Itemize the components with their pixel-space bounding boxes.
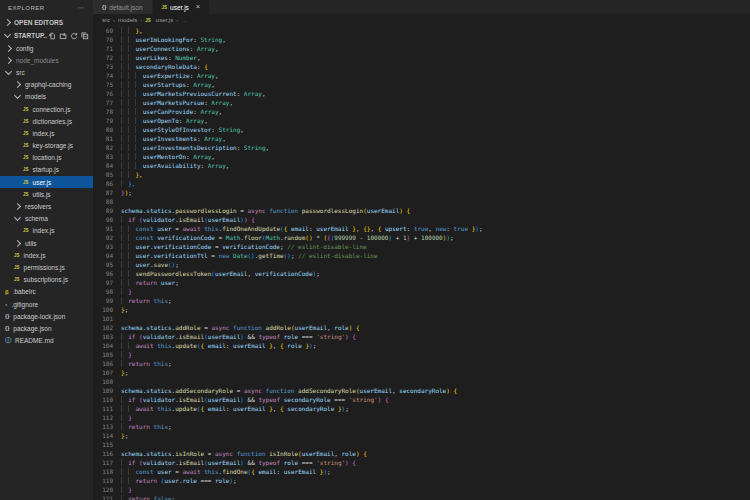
code-line[interactable]: 104 await this.update({ email: userEmail… [93,341,750,350]
code-line[interactable]: 84 userAvailability: Array, [93,161,750,170]
code-line[interactable]: 111 await this.update({ email: userEmail… [93,404,750,413]
code-line[interactable]: 105 } [93,350,750,359]
code-line[interactable]: 92 const verificationCode = Math.floor(M… [93,233,750,242]
code-line[interactable]: 101 [93,314,750,323]
code-line[interactable]: 100}; [93,305,750,314]
code-line[interactable]: 95 user.save(); [93,260,750,269]
breadcrumb-item[interactable]: src [102,17,110,23]
tree-folder-src[interactable]: src [0,66,93,78]
code-line[interactable]: 78 userCanProvide: Array, [93,107,750,116]
tab-default.json[interactable]: {}default.json [93,0,153,14]
code-line[interactable]: 87}); [93,188,750,197]
code-line[interactable]: 91 const user = await this.findOneAndUpd… [93,224,750,233]
tree-file-location.js[interactable]: JSlocation.js [0,152,93,164]
code-line[interactable]: 72 userLikes: Number, [93,53,750,62]
close-tab-icon[interactable]: × [196,3,200,11]
tree-file-README.md[interactable]: ⓘREADME.md [0,335,93,347]
tree-file-.gitignore[interactable]: ●.gitignore [0,298,93,310]
code-line[interactable]: 97 return user; [93,278,750,287]
code-line[interactable]: 119 return (user.role === role); [93,476,750,485]
explorer-sidebar: EXPLORER ⋯ OPEN EDITORS STARTUP.. config… [0,0,93,500]
line-number: 86 [93,179,121,188]
tree-folder-graphql-caching[interactable]: graphql-caching [0,79,93,91]
tree-file-permissions.js[interactable]: JSpermissions.js [0,261,93,273]
code-line[interactable]: 93 user.verificationCode = verificationC… [93,242,750,251]
code-line[interactable]: 107}; [93,368,750,377]
js-file-icon: JS [23,107,29,112]
tree-item-label: dictionaries.js [33,118,72,125]
code-line[interactable]: 113 return this; [93,422,750,431]
code-line[interactable]: 112 } [93,413,750,422]
tree-folder-schema[interactable]: schema [0,213,93,225]
tree-file-user.js[interactable]: JSuser.js [0,176,93,188]
line-number: 69 [93,26,121,35]
code-line[interactable]: 116schema.statics.isInRole = async funct… [93,449,750,458]
code-line[interactable]: 74 userExpertize: Array, [93,71,750,80]
code-line[interactable]: 109schema.statics.addSecondaryRole = asy… [93,386,750,395]
code-line[interactable]: 90 if (validator.isEmail(userEmail)) { [93,215,750,224]
tree-folder-config[interactable]: config [0,42,93,54]
code-line[interactable]: 99 return this; [93,296,750,305]
code-line[interactable]: 83 userMentorOn: Array, [93,152,750,161]
tree-file-connection.js[interactable]: JSconnection.js [0,103,93,115]
breadcrumb-item[interactable]: models [118,17,137,23]
code-line[interactable]: 75 userStartups: Array, [93,80,750,89]
code-line[interactable]: 118 const user = await this.findOne({ em… [93,467,750,476]
code-line[interactable]: 77 userMarketsPursue: Array, [93,98,750,107]
code-line[interactable]: 103 if (validator.isEmail(userEmail) && … [93,332,750,341]
tree-file-subscriptions.js[interactable]: JSsubscriptions.js [0,274,93,286]
line-number: 108 [93,377,121,386]
code-line[interactable]: 89schema.statics.passwordlessLogin = asy… [93,206,750,215]
tree-file-.babelrc[interactable]: β.babelrc [0,286,93,298]
code-line[interactable]: 110 if (validator.isEmail(userEmail) && … [93,395,750,404]
breadcrumb-item[interactable]: JSuser.js [145,17,173,23]
code-line[interactable]: 94 user.verificationTtl = new Date().get… [93,251,750,260]
js-file-icon: JS [14,265,20,270]
code-line[interactable]: 79 userOpenTo: Array, [93,116,750,125]
new-file-icon[interactable] [48,32,56,40]
code-line[interactable]: 80 userStyleOfInvestor: String, [93,125,750,134]
code-line[interactable]: 73 secondaryRoleData: { [93,62,750,71]
code-line[interactable]: 102schema.statics.addRole = async functi… [93,323,750,332]
tree-file-startup.js[interactable]: JSstartup.js [0,164,93,176]
code-line[interactable]: 115 [93,440,750,449]
code-line[interactable]: 76 userMarketsPreviousCurrent: Array, [93,89,750,98]
tab-user.js[interactable]: JSuser.js× [153,0,211,14]
breadcrumb-item[interactable]: … [181,17,187,23]
tree-folder-models[interactable]: models [0,91,93,103]
code-line[interactable]: 98 } [93,287,750,296]
open-editors-section-header[interactable]: OPEN EDITORS [0,16,93,29]
code-line[interactable]: 85 }, [93,170,750,179]
tree-file-dictionaries.js[interactable]: JSdictionaries.js [0,115,93,127]
tree-folder-resolvers[interactable]: resolvers [0,200,93,212]
code-line[interactable]: 114}; [93,431,750,440]
new-folder-icon[interactable] [59,32,67,40]
tree-folder-node_modules[interactable]: node_modules [0,54,93,66]
tree-file-package.json[interactable]: {}package.json [0,322,93,334]
tree-file-key-storage.js[interactable]: JSkey-storage.js [0,140,93,152]
code-line[interactable]: 82 userInvestmentsDescription: String, [93,143,750,152]
code-line[interactable]: 106 return this; [93,359,750,368]
code-line[interactable]: 108 [93,377,750,386]
tree-file-package-lock.json[interactable]: {}package-lock.json [0,310,93,322]
explorer-more-actions-icon[interactable]: ⋯ [78,4,86,12]
code-line[interactable]: 117 if (validator.isEmail(userEmail) && … [93,458,750,467]
code-line[interactable]: 81 userInvestments: Array, [93,134,750,143]
tree-file-utils.js[interactable]: JSutils.js [0,188,93,200]
refresh-icon[interactable] [70,32,78,40]
code-line[interactable]: 120 } [93,485,750,494]
code-line[interactable]: 86 }, [93,179,750,188]
tree-folder-utils[interactable]: utils [0,237,93,249]
code-line[interactable]: 96 sendPasswordlessToken(userEmail, veri… [93,269,750,278]
code-line[interactable]: 71 userConnections: Array, [93,44,750,53]
workspace-section-header[interactable]: STARTUP.. [0,29,93,42]
code-content[interactable]: 69 },70 userImLookingFor: String,71 user… [93,26,750,500]
code-line[interactable]: 121 return false; [93,494,750,500]
code-line[interactable]: 70 userImLookingFor: String, [93,35,750,44]
code-line[interactable]: 88 [93,197,750,206]
tree-file-index.js[interactable]: JSindex.js [0,249,93,261]
collapse-all-icon[interactable] [81,32,89,40]
tree-file-index.js[interactable]: JSindex.js [0,127,93,139]
code-line[interactable]: 69 }, [93,26,750,35]
tree-file-index.js[interactable]: JSindex.js [0,225,93,237]
